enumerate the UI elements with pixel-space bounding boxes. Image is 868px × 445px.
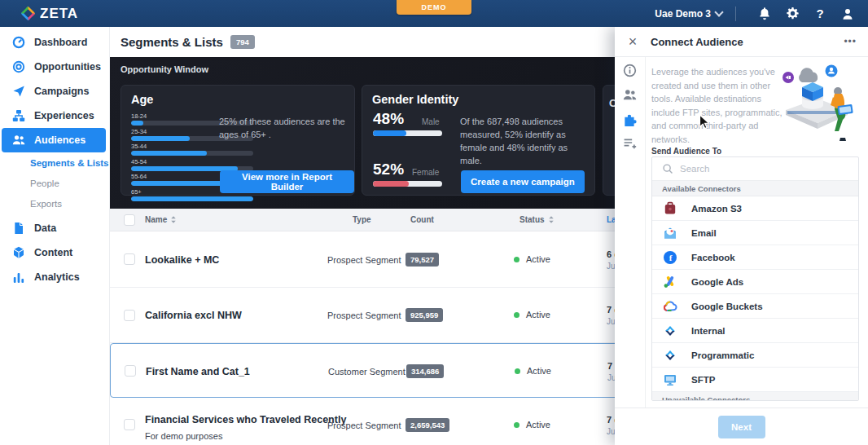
- connector-google-ads[interactable]: Google Ads: [652, 270, 858, 294]
- sidebar-item-dashboard[interactable]: Dashboard: [0, 30, 109, 55]
- sidebar-item-label: Campaigns: [34, 86, 89, 97]
- account-switcher[interactable]: Uae Demo 3: [655, 8, 722, 20]
- search-input[interactable]: [680, 164, 826, 174]
- sidebar-item-label: Analytics: [34, 271, 80, 283]
- status-cell: Active: [514, 254, 550, 264]
- status-badge: Active: [526, 254, 550, 264]
- female-percentage: 52%: [373, 161, 404, 178]
- gender-card-title: Gender Identity: [372, 93, 458, 106]
- row-checkbox[interactable]: [124, 310, 135, 321]
- segment-name[interactable]: First Name and Cat_1: [146, 366, 250, 377]
- sidebar-sub-exports[interactable]: Exports: [0, 193, 109, 214]
- connect-audience-panel: × Connect Audience ••• Leverage the audi…: [615, 27, 868, 445]
- status-badge: Active: [527, 366, 551, 376]
- panel-icon-rail: [615, 57, 646, 408]
- female-bar-fill: [373, 181, 409, 187]
- age-note: 25% of these audiences are the ages of 6…: [219, 116, 348, 142]
- more-options-icon[interactable]: •••: [844, 36, 857, 47]
- account-label: Uae Demo 3: [655, 8, 711, 20]
- user-icon: [841, 7, 854, 20]
- close-icon[interactable]: ×: [615, 34, 651, 49]
- svg-text:f: f: [669, 253, 673, 262]
- count-badge: 2,659,543: [406, 418, 449, 432]
- sort-icon[interactable]: [170, 215, 177, 224]
- segment-subtitle: For demo purposes: [145, 431, 222, 441]
- male-bar-fill: [373, 130, 406, 136]
- male-bar: [373, 130, 442, 136]
- age-card: Age 18-24 25-34 35-44 45-54 55-64 65+ 25…: [121, 85, 355, 196]
- google-buckets-icon: [663, 299, 677, 314]
- connect-illustration: [776, 63, 859, 143]
- segment-name[interactable]: Lookalike + MC: [145, 254, 219, 266]
- connector-sftp[interactable]: SFTP: [652, 368, 858, 392]
- sidebar-item-experiences[interactable]: Experiences: [0, 104, 109, 128]
- dashboard-icon: [12, 36, 25, 49]
- analytics-icon: [12, 271, 25, 284]
- sidebar-item-analytics[interactable]: Analytics: [0, 265, 109, 289]
- status-badge: Active: [526, 310, 550, 319]
- send-audience-to-label: Send Audience To: [651, 147, 721, 156]
- settings-button[interactable]: [778, 0, 806, 27]
- profile-button[interactable]: [834, 0, 861, 27]
- connector-facebook[interactable]: f Facebook: [652, 245, 858, 270]
- status-cell: Active: [514, 310, 550, 319]
- row-checkbox[interactable]: [124, 253, 135, 265]
- chevron-down-icon: [714, 7, 723, 16]
- info-icon[interactable]: [623, 64, 637, 77]
- segment-type: Prospect Segment: [327, 311, 401, 320]
- sidebar-item-audiences[interactable]: Audiences: [2, 128, 106, 152]
- connector-google-buckets[interactable]: Google Buckets: [652, 294, 858, 319]
- bell-icon: [758, 7, 771, 20]
- select-all-checkbox[interactable]: [124, 214, 135, 226]
- connector-amazon-s3[interactable]: Amazon S3: [652, 196, 858, 221]
- connector-internal[interactable]: Internal: [652, 319, 858, 343]
- column-header-type[interactable]: Type: [353, 215, 371, 224]
- row-checkbox[interactable]: [125, 365, 136, 377]
- sidebar-item-campaigns[interactable]: Campaigns: [0, 79, 109, 104]
- status-dot: [514, 312, 519, 318]
- sidebar-item-data[interactable]: Data: [0, 216, 109, 240]
- zeta-logo[interactable]: ZETA: [23, 6, 78, 22]
- experiences-icon: [12, 109, 25, 122]
- connector-list: Available Connectors Amazon S3 Email f F…: [651, 156, 859, 401]
- next-button[interactable]: Next: [718, 416, 765, 438]
- segment-name[interactable]: California excl NHW: [145, 310, 242, 321]
- connectors-puzzle-icon[interactable]: [623, 112, 637, 126]
- list-plus-icon[interactable]: [623, 137, 637, 151]
- status-cell: Active: [514, 420, 550, 430]
- connector-programmatic[interactable]: Programmatic: [652, 343, 858, 368]
- count-badge: 925,959: [406, 308, 443, 322]
- panel-header: × Connect Audience •••: [615, 27, 868, 57]
- sidebar-sub-people[interactable]: People: [0, 173, 109, 193]
- connector-search[interactable]: [652, 157, 858, 181]
- sidebar-item-opportunities[interactable]: Opportunities: [0, 55, 109, 79]
- sidebar-item-content[interactable]: Content: [0, 240, 109, 265]
- email-icon: [663, 226, 677, 240]
- unavailable-connectors-header: Unavailable Connectors: [652, 392, 858, 401]
- help-icon: ?: [816, 7, 823, 20]
- row-checkbox[interactable]: [124, 419, 135, 430]
- age-bar: [131, 196, 253, 201]
- demo-ribbon[interactable]: DEMO: [397, 0, 471, 15]
- column-header-name[interactable]: Name: [145, 215, 177, 224]
- audiences-icon: [12, 134, 25, 147]
- sidebar-item-label: Data: [34, 222, 56, 234]
- notifications-button[interactable]: [751, 0, 778, 27]
- data-icon: [12, 222, 25, 235]
- male-label: Male: [422, 117, 440, 126]
- segment-type: Customer Segment: [328, 367, 406, 377]
- report-builder-button[interactable]: View more in Report Builder: [220, 170, 354, 193]
- sftp-icon: [663, 372, 677, 387]
- help-button[interactable]: ?: [806, 0, 834, 27]
- create-campaign-button[interactable]: Create a new campaign: [461, 170, 585, 193]
- amazon-s3-icon: [663, 201, 677, 216]
- audience-users-icon[interactable]: [623, 88, 637, 102]
- column-header-status[interactable]: Status: [519, 215, 555, 224]
- sidebar-sub-segments-lists[interactable]: Segments & Lists: [0, 152, 109, 173]
- column-header-count[interactable]: Count: [410, 215, 434, 224]
- navbar-divider: [735, 7, 736, 21]
- sort-icon[interactable]: [548, 215, 555, 224]
- segment-name[interactable]: Financial Services who Traveled Recently: [145, 414, 346, 425]
- gender-note: Of the 687,498 audiences measured, 52% i…: [460, 116, 589, 168]
- connector-email[interactable]: Email: [652, 221, 858, 245]
